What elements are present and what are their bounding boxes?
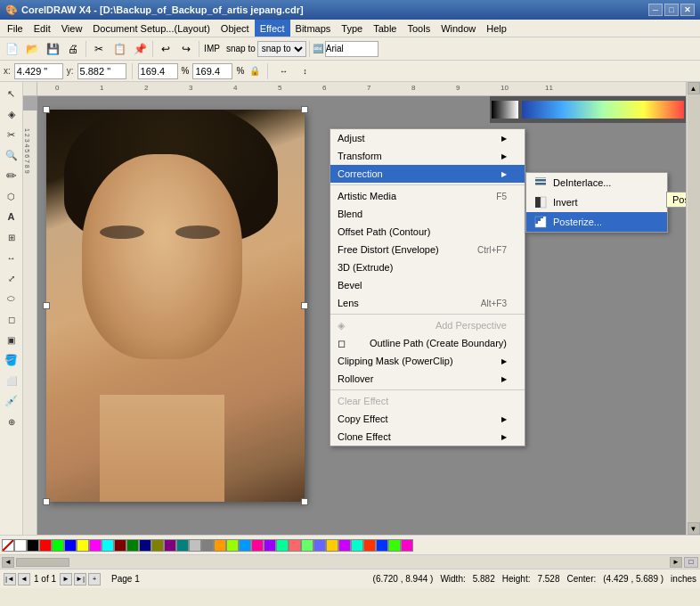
color-swatch-0[interactable] bbox=[14, 539, 27, 552]
menu-outline-path[interactable]: ◻ Outline Path (Create Boundary) bbox=[330, 334, 525, 352]
drop-shadow-tool[interactable]: ▣ bbox=[2, 330, 21, 349]
color-swatch-10[interactable] bbox=[139, 539, 151, 552]
menu-clone-effect[interactable]: Clone Effect ▶ bbox=[330, 428, 525, 446]
paste-button[interactable]: 📌 bbox=[130, 39, 150, 59]
menu-copy-effect[interactable]: Copy Effect ▶ bbox=[330, 410, 525, 428]
blend-tool[interactable]: ⬭ bbox=[2, 289, 21, 308]
scroll-down-button[interactable]: ▼ bbox=[688, 522, 700, 535]
open-button[interactable]: 📂 bbox=[22, 39, 42, 59]
menu-edit[interactable]: Edit bbox=[28, 20, 56, 37]
menu-type[interactable]: Type bbox=[336, 20, 368, 37]
color-swatch-19[interactable] bbox=[251, 539, 264, 552]
height-input[interactable] bbox=[192, 63, 232, 79]
handle-tr[interactable] bbox=[301, 106, 308, 113]
handle-tl[interactable] bbox=[43, 106, 50, 113]
menu-tools[interactable]: Tools bbox=[402, 20, 435, 37]
next-page-button[interactable]: ► bbox=[60, 573, 72, 586]
minimize-button[interactable]: ─ bbox=[648, 4, 663, 16]
color-swatch-14[interactable] bbox=[189, 539, 201, 552]
menu-free-distort[interactable]: Free Distort (Envelope) Ctrl+F7 bbox=[330, 241, 525, 258]
menu-view[interactable]: View bbox=[56, 20, 88, 37]
menu-posterize[interactable]: Posterize... bbox=[526, 212, 667, 232]
color-swatch-2[interactable] bbox=[39, 539, 52, 552]
lock-aspect-button[interactable]: 🔒 bbox=[248, 64, 262, 78]
outline-tool[interactable]: ⬜ bbox=[2, 371, 21, 390]
color-swatch-3[interactable] bbox=[52, 539, 64, 552]
menu-bitmaps[interactable]: Bitmaps bbox=[290, 20, 337, 37]
menu-rollover[interactable]: Rollover ▶ bbox=[330, 370, 525, 388]
import-button[interactable]: IMP bbox=[202, 39, 222, 59]
menu-effect[interactable]: Effect bbox=[255, 20, 290, 37]
menu-deinterlace[interactable]: DeInterlace... bbox=[526, 173, 667, 192]
color-swatch-6[interactable] bbox=[89, 539, 102, 552]
color-swatch-11[interactable] bbox=[151, 539, 164, 552]
color-swatch-9[interactable] bbox=[126, 539, 139, 552]
color-swatch-1[interactable] bbox=[27, 539, 39, 552]
menu-clipping-mask[interactable]: Clipping Mask (PowerClip) ▶ bbox=[330, 352, 525, 370]
color-swatch-5[interactable] bbox=[77, 539, 89, 552]
color-swatch-15[interactable] bbox=[201, 539, 214, 552]
menu-help[interactable]: Help bbox=[481, 20, 512, 37]
menu-document-setup[interactable]: Document Setup...(Layout) bbox=[87, 20, 215, 37]
menu-window[interactable]: Window bbox=[435, 20, 481, 37]
extrude-tool[interactable]: ◻ bbox=[2, 309, 21, 329]
color-swatch-7[interactable] bbox=[102, 539, 114, 552]
color-swatch-17[interactable] bbox=[226, 539, 239, 552]
menu-file[interactable]: File bbox=[2, 20, 28, 37]
menu-object[interactable]: Object bbox=[216, 20, 255, 37]
color-swatch-4[interactable] bbox=[64, 539, 77, 552]
menu-adjust[interactable]: Adjust ▶ bbox=[330, 129, 525, 147]
redo-button[interactable]: ↪ bbox=[176, 39, 196, 59]
no-color-swatch[interactable] bbox=[2, 539, 14, 552]
eyedropper-tool[interactable]: 💉 bbox=[2, 391, 21, 411]
flip-v-button[interactable]: ↕ bbox=[295, 61, 314, 81]
new-button[interactable]: 📄 bbox=[2, 39, 21, 59]
color-swatch-30[interactable] bbox=[388, 539, 401, 552]
menu-transform[interactable]: Transform ▶ bbox=[330, 147, 525, 165]
menu-3d-extrude[interactable]: 3D (Extrude) bbox=[330, 258, 525, 276]
handle-br[interactable] bbox=[301, 498, 308, 505]
scroll-up-button[interactable]: ▲ bbox=[688, 82, 700, 94]
last-page-button[interactable]: ►| bbox=[74, 573, 86, 586]
table-tool[interactable]: ⊞ bbox=[2, 227, 21, 247]
print-button[interactable]: 🖨 bbox=[63, 39, 83, 59]
scroll-right-button[interactable]: ► bbox=[670, 557, 682, 568]
font-input[interactable] bbox=[325, 41, 378, 57]
width-input[interactable] bbox=[138, 63, 178, 79]
handle-ml[interactable] bbox=[43, 302, 50, 309]
menu-artistic-media[interactable]: Artistic Media F5 bbox=[330, 187, 525, 205]
color-swatch-20[interactable] bbox=[264, 539, 276, 552]
copy-button[interactable]: 📋 bbox=[110, 39, 129, 59]
color-swatch-13[interactable] bbox=[176, 539, 189, 552]
color-swatch-25[interactable] bbox=[326, 539, 338, 552]
drawing-surface[interactable]: Adjust ▶ Transform ▶ Correction ▶ bbox=[37, 96, 686, 535]
crop-tool[interactable]: ✂ bbox=[2, 125, 21, 144]
text-tool[interactable]: A bbox=[2, 207, 21, 226]
y-input[interactable] bbox=[77, 63, 126, 79]
handle-bl[interactable] bbox=[43, 498, 50, 505]
scroll-track-v[interactable] bbox=[688, 94, 700, 522]
snap-select[interactable]: snap to bbox=[257, 41, 306, 57]
color-swatch-26[interactable] bbox=[338, 539, 351, 552]
menu-correction[interactable]: Correction ▶ bbox=[330, 165, 525, 183]
undo-button[interactable]: ↩ bbox=[156, 39, 175, 59]
first-page-button[interactable]: |◄ bbox=[4, 573, 16, 586]
menu-offset-path[interactable]: Offset Path (Contour) bbox=[330, 223, 525, 241]
select-tool[interactable]: ↖ bbox=[2, 84, 21, 103]
menu-blend[interactable]: Blend bbox=[330, 205, 525, 223]
menu-bevel[interactable]: Bevel bbox=[330, 276, 525, 294]
color-swatch-12[interactable] bbox=[164, 539, 176, 552]
zoom-tool[interactable]: 🔍 bbox=[2, 145, 21, 165]
color-swatch-31[interactable] bbox=[401, 539, 413, 552]
flip-h-button[interactable]: ↔ bbox=[273, 61, 293, 81]
cut-button[interactable]: ✂ bbox=[89, 39, 109, 59]
interactive-tool[interactable]: ⊕ bbox=[2, 412, 21, 431]
maximize-button[interactable]: □ bbox=[664, 4, 679, 16]
color-swatch-22[interactable] bbox=[289, 539, 301, 552]
prev-page-button[interactable]: ◄ bbox=[18, 573, 30, 586]
color-swatch-28[interactable] bbox=[363, 539, 376, 552]
color-swatch-27[interactable] bbox=[351, 539, 363, 552]
dimension-tool[interactable]: ↔ bbox=[2, 248, 21, 267]
color-swatch-21[interactable] bbox=[276, 539, 289, 552]
color-swatch-16[interactable] bbox=[214, 539, 226, 552]
